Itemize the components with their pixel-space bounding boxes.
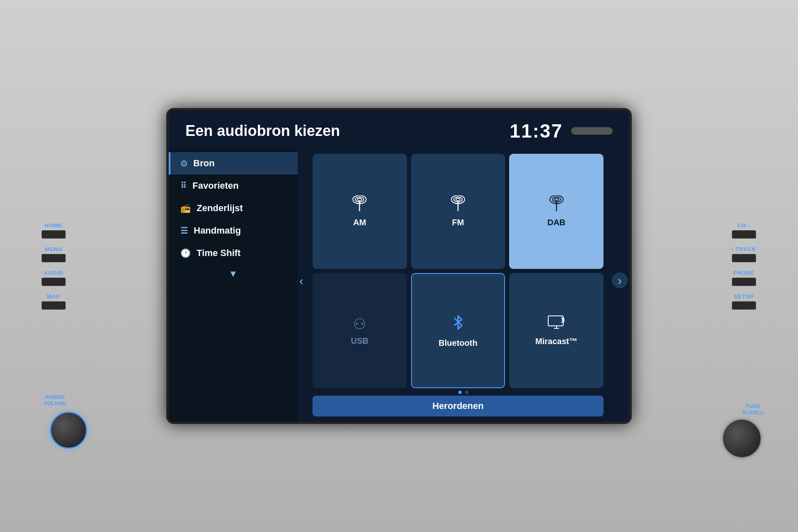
audio-button[interactable]: AUDIO xyxy=(42,270,66,286)
home-button[interactable]: HOME xyxy=(42,222,66,239)
clock-display: 11:37 xyxy=(510,120,563,142)
usb-label: USB xyxy=(351,336,368,346)
svg-point-7 xyxy=(456,198,460,201)
ch-button[interactable]: CH › xyxy=(732,222,756,239)
am-label: AM xyxy=(353,218,366,227)
miracast-icon xyxy=(547,315,566,333)
next-page-button[interactable]: › xyxy=(612,273,628,288)
car-surround: HOME MENU AUDIO MAP POWER VOLUME Een aud… xyxy=(0,0,798,532)
fm-label: FM xyxy=(452,218,464,227)
sidebar-item-handmatig[interactable]: ☰ Handmatig xyxy=(169,219,298,242)
setup-button[interactable]: SETUP xyxy=(732,293,756,310)
screen: Een audiobron kiezen 11:37 ⊙ Bron ⠿ Fav xyxy=(169,111,629,421)
signal-bar xyxy=(571,127,613,135)
display-unit: Een audiobron kiezen 11:37 ⊙ Bron ⠿ Fav xyxy=(166,108,632,424)
am-radio-icon xyxy=(351,195,368,214)
dot-1 xyxy=(458,391,462,394)
zenderlijst-icon: 📻 xyxy=(180,203,191,213)
favorieten-icon: ⠿ xyxy=(180,181,187,191)
map-button[interactable]: MAP xyxy=(42,293,66,310)
menu-button[interactable]: MENU xyxy=(42,246,66,262)
bluetooth-label: Bluetooth xyxy=(438,338,477,348)
fm-tile[interactable]: FM xyxy=(411,154,505,269)
usb-icon: ⚇ xyxy=(353,315,366,333)
sidebar-label-bron: Bron xyxy=(193,158,214,169)
sidebar-item-zenderlijst[interactable]: 📻 Zenderlijst xyxy=(169,197,298,219)
tune-scroll-knob[interactable] xyxy=(723,420,761,457)
handmatig-icon: ☰ xyxy=(180,226,188,236)
timeshift-icon: 🕐 xyxy=(180,248,191,258)
usb-tile[interactable]: ⚇ USB xyxy=(313,273,407,388)
sidebar-item-timeshift[interactable]: 🕐 Time Shift xyxy=(169,242,298,264)
dab-tile[interactable]: DAB xyxy=(509,154,603,269)
pagination-dots xyxy=(304,388,623,396)
sidebar-item-bron[interactable]: ⊙ Bron xyxy=(169,152,298,175)
page-title: Een audiobron kiezen xyxy=(185,122,340,140)
power-volume-knob[interactable] xyxy=(50,411,87,449)
sidebar-label-favorieten: Favorieten xyxy=(192,180,239,191)
sidebar-item-favorieten[interactable]: ⠿ Favorieten xyxy=(169,175,298,197)
svg-rect-12 xyxy=(548,316,563,326)
svg-point-3 xyxy=(357,198,362,201)
dab-label: DAB xyxy=(547,218,565,227)
am-tile[interactable]: AM xyxy=(313,154,407,269)
screen-header: Een audiobron kiezen 11:37 xyxy=(169,111,629,149)
sidebar-label-zenderlijst: Zenderlijst xyxy=(197,203,243,214)
phone-button[interactable]: PHONE xyxy=(732,270,756,286)
fm-radio-icon xyxy=(449,195,467,214)
miracast-label: Miracast™ xyxy=(535,337,577,346)
dot-2 xyxy=(465,391,468,394)
miracast-tile[interactable]: Miracast™ xyxy=(509,273,603,388)
tune-scroll-label: TUNE SCROLL xyxy=(742,404,764,416)
sidebar-more-button[interactable]: ▼ xyxy=(169,264,298,283)
dab-radio-icon xyxy=(548,195,565,214)
sidebar-label-timeshift: Time Shift xyxy=(197,248,241,259)
track-button[interactable]: ‹ TRACK xyxy=(732,246,756,262)
bron-icon: ⊙ xyxy=(180,158,187,168)
sidebar-label-handmatig: Handmatig xyxy=(194,225,241,236)
power-volume-label: POWER VOLUME xyxy=(44,394,66,407)
reorder-label: Herordenen xyxy=(432,401,483,411)
bluetooth-icon xyxy=(450,314,466,335)
left-controls: HOME MENU AUDIO MAP xyxy=(42,222,66,310)
sidebar: ⊙ Bron ⠿ Favorieten 📻 Zenderlijst ☰ Hand… xyxy=(169,149,298,421)
content-area: ‹ › xyxy=(298,149,629,421)
right-controls: CH › ‹ TRACK PHONE SETUP xyxy=(732,222,756,310)
tiles-grid: AM FM xyxy=(304,154,623,388)
screen-body: ⊙ Bron ⠿ Favorieten 📻 Zenderlijst ☰ Hand… xyxy=(169,149,629,421)
bluetooth-tile[interactable]: Bluetooth xyxy=(411,273,505,388)
reorder-button[interactable]: Herordenen xyxy=(313,396,603,416)
svg-point-11 xyxy=(554,198,559,201)
prev-page-button[interactable]: ‹ xyxy=(299,274,303,288)
